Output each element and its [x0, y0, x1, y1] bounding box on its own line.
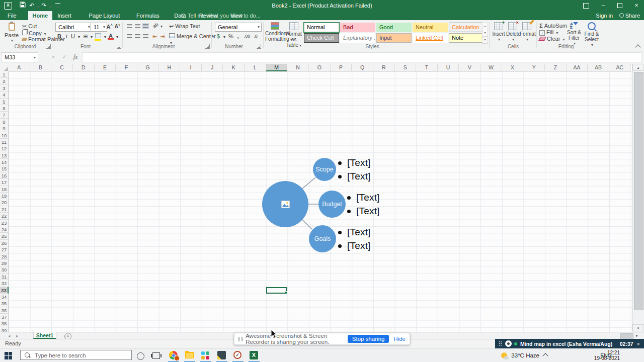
file-explorer-icon[interactable] [185, 351, 195, 360]
borders-icon[interactable]: ⊞ [82, 33, 89, 40]
column-header-N[interactable]: N [287, 64, 309, 71]
styles-gallery-scroll[interactable]: ▴▾▾ [482, 23, 488, 44]
column-header-AB[interactable]: AB [588, 64, 609, 71]
row-header-32[interactable]: 32 [0, 280, 9, 287]
row-header-12[interactable]: 12 [0, 145, 9, 152]
column-header-T[interactable]: T [416, 64, 438, 71]
increase-decimal-icon[interactable]: .00 [243, 34, 252, 39]
column-header-C[interactable]: C [51, 64, 73, 71]
bullet-item[interactable]: [Text] [338, 226, 371, 239]
column-header-S[interactable]: S [395, 64, 417, 71]
row-header-23[interactable]: 23 [0, 220, 9, 226]
close-button[interactable]: × [629, 0, 644, 11]
row-header-3[interactable]: 3 [0, 85, 9, 92]
column-header-A[interactable]: A [9, 64, 30, 71]
borders-dropdown-icon[interactable]: ▾ [90, 35, 94, 39]
column-header-K[interactable]: K [223, 64, 245, 71]
style-check-cell[interactable]: Check Cell [304, 33, 339, 43]
bullet-item[interactable]: [Text] [338, 156, 371, 170]
row-header-25[interactable]: 25 [0, 233, 9, 239]
row-header-26[interactable]: 26 [0, 240, 9, 246]
style-bad[interactable]: Bad [340, 23, 375, 32]
font-dialog-launcher[interactable] [117, 44, 121, 49]
column-header-X[interactable]: X [502, 64, 524, 71]
row-header-19[interactable]: 19 [0, 193, 9, 199]
scroll-right-icon[interactable]: ▸ [636, 333, 638, 339]
column-header-Q[interactable]: Q [352, 64, 373, 71]
row-header-36[interactable]: 36 [0, 307, 9, 314]
row-header-14[interactable]: 14 [0, 159, 9, 165]
mindmap-node-goals[interactable]: Goals [309, 225, 336, 252]
row-header-28[interactable]: 28 [0, 253, 9, 260]
chrome-icon[interactable] [169, 351, 179, 360]
insert-function-icon[interactable]: fx [70, 52, 80, 61]
tab-insert[interactable]: Insert [53, 11, 76, 20]
column-header-P[interactable]: P [331, 64, 352, 71]
decrease-decimal-icon[interactable]: .0 [252, 34, 260, 39]
column-header-G[interactable]: G [137, 64, 159, 71]
bullet-item[interactable]: [Text] [347, 191, 380, 205]
row-header-24[interactable]: 24 [0, 226, 9, 233]
orientation-icon[interactable]: ab [150, 21, 160, 30]
redo-dropdown-icon[interactable]: ▾ [48, 3, 52, 11]
mindmap-node-budget[interactable]: Budget [318, 191, 346, 218]
share-button[interactable]: Share [619, 11, 640, 20]
mindmap-node-scope[interactable]: Scope [313, 158, 336, 181]
row-header-34[interactable]: 34 [0, 294, 9, 300]
row-header-15[interactable]: 15 [0, 165, 9, 172]
style-neutral[interactable]: Neutral [413, 23, 448, 32]
row-header-5[interactable]: 5 [0, 99, 9, 105]
format-cells-button[interactable]: Format▾ [520, 22, 534, 42]
row-header-35[interactable]: 35 [0, 300, 9, 307]
paste-button[interactable]: Paste ▾ [3, 23, 20, 43]
undo-icon[interactable]: ↶ [29, 2, 35, 10]
hide-link[interactable]: Hide [393, 336, 406, 342]
underline-button[interactable]: U [70, 33, 75, 39]
row-header-20[interactable]: 20 [0, 199, 9, 206]
delete-cells-button[interactable]: × Delete▾ [506, 22, 519, 42]
weather-icon[interactable] [501, 352, 507, 358]
wrap-text-button[interactable]: ↩ Wrap Text [169, 23, 209, 30]
sort-filter-button[interactable]: AZ Sort & Filter▾ [566, 22, 583, 46]
italic-button[interactable]: I [64, 33, 69, 39]
row-header-11[interactable]: 11 [0, 139, 9, 145]
minimize-button[interactable]: – [596, 0, 611, 11]
fill-color-dropdown-icon[interactable]: ▾ [103, 35, 107, 39]
row-header-8[interactable]: 8 [0, 119, 9, 125]
row-header-39[interactable]: 39 [0, 327, 9, 332]
start-button[interactable] [5, 352, 12, 359]
style-input[interactable]: Input [376, 33, 412, 43]
drag-handle-icon[interactable] [499, 341, 502, 346]
recorder-close-icon[interactable]: × [637, 341, 640, 347]
column-header-AA[interactable]: AA [567, 64, 588, 71]
percent-style-icon[interactable]: % [227, 33, 234, 39]
number-dialog-launcher[interactable] [257, 44, 261, 49]
enter-icon[interactable]: ✓ [59, 52, 69, 61]
row-header-29[interactable]: 29 [0, 260, 9, 266]
column-header-V[interactable]: V [459, 64, 480, 71]
tab-home[interactable]: Home [28, 11, 53, 20]
customize-qat-icon[interactable]: ▾ [55, 3, 60, 12]
cancel-icon[interactable]: × [48, 52, 58, 61]
row-header-17[interactable]: 17 [0, 179, 9, 186]
accounting-dropdown-icon[interactable]: ▾ [222, 35, 226, 39]
row-header-16[interactable]: 16 [0, 172, 9, 179]
column-header-M[interactable]: M [266, 64, 288, 71]
row-header-37[interactable]: 37 [0, 314, 9, 320]
row-header-27[interactable]: 27 [0, 246, 9, 253]
column-header-D[interactable]: D [73, 64, 95, 71]
row-header-7[interactable]: 7 [0, 112, 9, 118]
column-header-I[interactable]: I [180, 64, 202, 71]
column-header-Y[interactable]: Y [523, 64, 545, 71]
copy-button[interactable]: Copy ▾ [22, 30, 52, 36]
underline-dropdown-icon[interactable]: ▾ [77, 35, 81, 39]
column-header-AC[interactable]: AC [609, 64, 631, 71]
row-header-18[interactable]: 18 [0, 186, 9, 193]
find-select-button[interactable]: Find & Select▾ [584, 22, 600, 48]
conditional-formatting-button[interactable]: Conditional Formatting▾ [265, 22, 284, 42]
align-top-icon[interactable] [126, 23, 133, 29]
stop-sharing-button[interactable]: Stop sharing [348, 335, 389, 343]
font-color-icon[interactable]: A [108, 33, 114, 40]
clock[interactable]: 12:2119-08-2021 [594, 350, 620, 361]
name-box[interactable]: M33▾ [1, 52, 38, 62]
